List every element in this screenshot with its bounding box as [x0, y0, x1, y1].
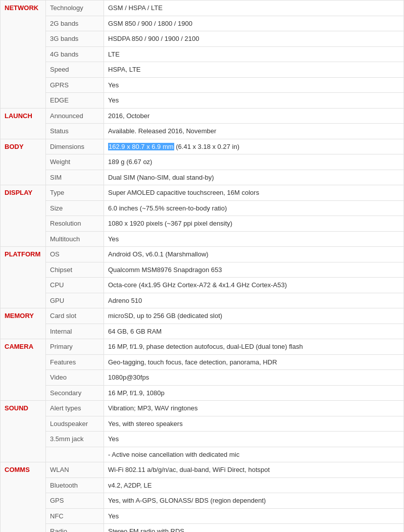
- spec-label: Secondary: [46, 385, 104, 401]
- spec-value: 64 GB, 6 GB RAM: [104, 324, 404, 339]
- spec-value: Yes: [104, 93, 404, 109]
- spec-value: GSM 850 / 900 / 1800 / 1900: [104, 16, 404, 31]
- spec-label: Radio: [46, 524, 104, 533]
- spec-label: GPS: [46, 493, 104, 509]
- spec-label: 2G bands: [46, 16, 104, 31]
- spec-value: Wi-Fi 802.11 a/b/g/n/ac, dual-band, WiFi…: [104, 462, 404, 478]
- spec-value: Android OS, v6.0.1 (Marshmallow): [104, 247, 404, 262]
- spec-label: Bluetooth: [46, 477, 104, 493]
- spec-value: LTE: [104, 46, 404, 62]
- spec-value: Adreno 510: [104, 293, 404, 308]
- spec-label: OS: [46, 247, 104, 262]
- spec-value: 162.9 x 80.7 x 6.9 mm (6.41 x 3.18 x 0.2…: [104, 139, 404, 154]
- spec-value: Available. Released 2016, November: [104, 124, 404, 139]
- spec-table: NETWORKTechnologyGSM / HSPA / LTE2G band…: [0, 0, 404, 532]
- spec-label: WLAN: [46, 462, 104, 478]
- spec-label: [46, 447, 104, 462]
- spec-label: Multitouch: [46, 231, 104, 247]
- spec-label: Features: [46, 354, 104, 370]
- spec-value: Stereo FM radio with RDS: [104, 524, 404, 533]
- spec-value: Dual SIM (Nano-SIM, dual stand-by): [104, 170, 404, 185]
- spec-value: Super AMOLED capacitive touchscreen, 16M…: [104, 185, 404, 201]
- spec-label: Alert types: [46, 401, 104, 416]
- spec-label: GPU: [46, 293, 104, 308]
- spec-value: Yes: [104, 432, 404, 447]
- spec-value: 16 MP, f/1.9, phase detection autofocus,…: [104, 339, 404, 355]
- value-rest: (6.41 x 3.18 x 0.27 in): [174, 143, 239, 150]
- spec-value: 2016, October: [104, 108, 404, 124]
- spec-label: EDGE: [46, 93, 104, 109]
- category-cell: DISPLAY: [1, 185, 46, 247]
- spec-label: 3G bands: [46, 31, 104, 47]
- spec-label: Type: [46, 185, 104, 201]
- spec-label: Technology: [46, 1, 104, 16]
- spec-value: Yes: [104, 508, 404, 524]
- spec-value: HSDPA 850 / 900 / 1900 / 2100: [104, 31, 404, 47]
- spec-value: 1080 x 1920 pixels (~367 ppi pixel densi…: [104, 216, 404, 232]
- category-cell: COMMS: [1, 462, 46, 533]
- spec-label: NFC: [46, 508, 104, 524]
- spec-value: Yes: [104, 231, 404, 247]
- spec-value: Yes, with stereo speakers: [104, 416, 404, 432]
- spec-label: Loudspeaker: [46, 416, 104, 432]
- spec-value: GSM / HSPA / LTE: [104, 1, 404, 16]
- spec-label: Internal: [46, 324, 104, 339]
- spec-label: 4G bands: [46, 46, 104, 62]
- spec-label: Status: [46, 124, 104, 139]
- spec-label: Dimensions: [46, 139, 104, 154]
- spec-value: Yes: [104, 77, 404, 93]
- spec-value: Geo-tagging, touch focus, face detection…: [104, 354, 404, 370]
- category-cell: CAMERA: [1, 339, 46, 401]
- spec-label: Chipset: [46, 262, 104, 278]
- spec-value: 1080p@30fps: [104, 370, 404, 386]
- spec-value: Yes, with A-GPS, GLONASS/ BDS (region de…: [104, 493, 404, 509]
- spec-label: GPRS: [46, 77, 104, 93]
- spec-label: Speed: [46, 62, 104, 78]
- spec-value: - Active noise cancellation with dedicat…: [104, 447, 404, 462]
- spec-label: Video: [46, 370, 104, 386]
- spec-value: 189 g (6.67 oz): [104, 154, 404, 170]
- spec-value: microSD, up to 256 GB (dedicated slot): [104, 308, 404, 324]
- spec-value: Octa-core (4x1.95 GHz Cortex-A72 & 4x1.4…: [104, 278, 404, 293]
- spec-value: Qualcomm MSM8976 Snapdragon 653: [104, 262, 404, 278]
- spec-value: 6.0 inches (~75.5% screen-to-body ratio): [104, 200, 404, 216]
- spec-value: 16 MP, f/1.9, 1080p: [104, 385, 404, 401]
- highlighted-value: 162.9 x 80.7 x 6.9 mm: [108, 143, 174, 150]
- spec-label: Resolution: [46, 216, 104, 232]
- spec-value: HSPA, LTE: [104, 62, 404, 78]
- category-cell: BODY: [1, 139, 46, 185]
- spec-label: Weight: [46, 154, 104, 170]
- category-cell: MEMORY: [1, 308, 46, 339]
- spec-label: Card slot: [46, 308, 104, 324]
- spec-label: Size: [46, 200, 104, 216]
- category-cell: LAUNCH: [1, 108, 46, 139]
- category-cell: PLATFORM: [1, 247, 46, 308]
- category-cell: SOUND: [1, 401, 46, 462]
- spec-value: v4.2, A2DP, LE: [104, 477, 404, 493]
- spec-label: Announced: [46, 108, 104, 124]
- spec-label: CPU: [46, 278, 104, 293]
- spec-label: Primary: [46, 339, 104, 355]
- spec-label: 3.5mm jack: [46, 432, 104, 447]
- spec-label: SIM: [46, 170, 104, 185]
- spec-value: Vibration; MP3, WAV ringtones: [104, 401, 404, 416]
- category-cell: NETWORK: [1, 1, 46, 109]
